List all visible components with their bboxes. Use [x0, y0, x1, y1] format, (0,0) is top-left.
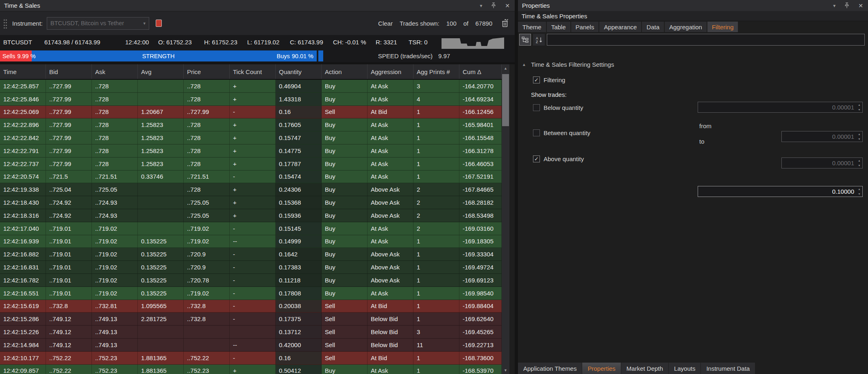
change-value: CH: -0.01 %	[333, 39, 366, 46]
column-header-time[interactable]: Time	[0, 64, 46, 79]
from-quantity-input[interactable]: 0.00001 ▲▼	[781, 131, 863, 142]
table-row[interactable]: 12:42:15.619..732.8..732.811.095565..732…	[0, 300, 502, 313]
cell-cum: -164.20770	[459, 80, 502, 92]
table-row[interactable]: 12:42:20.574..721.5..721.510.33746..721.…	[0, 171, 502, 184]
table-row[interactable]: 12:42:22.737..727.99..7281.25823..728+0.…	[0, 157, 502, 171]
cell-ask: ..724.93	[92, 196, 138, 209]
filtering-settings-section[interactable]: ▲ Time & Sales Filtering Settings	[522, 61, 614, 68]
cell-ask: ..728	[92, 131, 138, 144]
tab-layouts[interactable]: Layouts	[669, 363, 701, 374]
spinner-up-icon: ▲	[858, 188, 861, 190]
cell-aggression: At Ask	[368, 157, 413, 170]
table-row[interactable]: 12:42:18.316..724.92..724.93..725.05+0.1…	[0, 209, 502, 222]
above-quantity-input[interactable]: 0.10000 ▲▼	[698, 186, 863, 197]
table-row[interactable]: 12:42:16.782..719.01..719.020.135225..72…	[0, 274, 502, 287]
cell-avg: 0.135225	[138, 248, 184, 260]
cell-price: ..728	[184, 131, 230, 144]
below-quantity-input[interactable]: 0.00001 ▲▼	[698, 102, 863, 113]
table-row[interactable]: 12:42:16.831..719.01..719.020.135225..72…	[0, 261, 502, 274]
table-row[interactable]: 12:42:09.857..752.22..752.231.881365..75…	[0, 365, 502, 374]
cell-cum: -169.22713	[459, 339, 502, 351]
table-row[interactable]: 12:42:18.430..724.92..724.93..725.05+0.1…	[0, 196, 502, 209]
table-row[interactable]: 12:42:22.842..727.99..7281.25823..728+0.…	[0, 131, 502, 144]
cell-cum: -169.18305	[459, 235, 502, 248]
strength-label: STRENGTH	[142, 53, 175, 59]
column-header-tick[interactable]: Tick Count	[230, 64, 276, 79]
symbol-label: BTCUSDT	[3, 39, 32, 46]
column-header-bid[interactable]: Bid	[46, 64, 92, 79]
chevron-down-icon[interactable]: ▾	[480, 3, 482, 8]
filtering-checkbox[interactable]: ✓	[533, 77, 540, 83]
column-header-qty[interactable]: Quantity	[276, 64, 322, 79]
table-row[interactable]: 12:42:25.069..727.99..7281.20667..727.99…	[0, 106, 502, 119]
column-header-avg[interactable]: Avg	[138, 64, 184, 79]
collapse-icon[interactable]: ▲	[522, 62, 526, 67]
instrument-combobox[interactable]: BTCUSDT, Bitcoin vs Tether ▾	[47, 17, 149, 30]
stop-button[interactable]	[156, 20, 162, 27]
table-row[interactable]: 12:42:16.939..719.01..719.020.135225..71…	[0, 235, 502, 248]
tab-instrument-data[interactable]: Instrument Data	[701, 363, 755, 374]
cell-bid: ..749.12	[46, 313, 92, 325]
properties-body: ▲ Time & Sales Filtering Settings ✓ Filt…	[518, 0, 868, 363]
cell-prints: 1	[413, 352, 459, 364]
cell-ask: ..728	[92, 118, 138, 131]
column-header-prints[interactable]: Agg Prints #	[413, 64, 459, 79]
cell-aggression: At Bid	[368, 352, 413, 364]
cell-qty: 0.17605	[276, 118, 322, 131]
table-row[interactable]: 12:42:25.857..727.99..728..728+0.46904Bu…	[0, 80, 502, 93]
table-row[interactable]: 12:42:16.882..719.01..719.020.135225..72…	[0, 248, 502, 261]
cell-bid: ..719.01	[46, 222, 92, 235]
cell-qty: 0.1642	[276, 248, 322, 260]
cell-action: Buy	[322, 365, 368, 374]
between-quantity-checkbox[interactable]: ✓	[533, 129, 540, 136]
cell-cum: -166.15548	[459, 131, 502, 144]
above-quantity-checkbox[interactable]: ✓	[533, 155, 540, 162]
tab-market-depth[interactable]: Market Depth	[621, 363, 668, 374]
scrollbar-thumb[interactable]	[502, 74, 509, 126]
cell-time: 12:42:15.226	[0, 326, 46, 338]
drag-handle-icon[interactable]	[3, 18, 7, 28]
cell-prints: 1	[413, 171, 459, 183]
table-row[interactable]: 12:42:14.984..749.12..749.13--0.42000Sel…	[0, 339, 502, 352]
column-header-price[interactable]: Price	[184, 64, 230, 79]
cell-aggression: Above Ask	[368, 261, 413, 273]
table-row[interactable]: 12:42:15.226..749.12..749.130.13712SellB…	[0, 326, 502, 339]
cell-prints: 2	[413, 209, 459, 222]
cell-price: ..732.8	[184, 300, 230, 313]
table-row[interactable]: 12:42:19.338..725.04..725.05..728+0.2430…	[0, 183, 502, 196]
clear-button[interactable]: Clear	[378, 20, 393, 27]
column-header-action[interactable]: Action	[322, 64, 368, 79]
cell-bid: ..752.22	[46, 352, 92, 364]
table-row[interactable]: 12:42:22.896..727.99..7281.25823..728+0.…	[0, 118, 502, 131]
table-row[interactable]: 12:42:17.040..719.01..719.02..719.02-0.1…	[0, 222, 502, 235]
spinner-up-icon: ▲	[858, 159, 861, 162]
cell-prints: 2	[413, 222, 459, 235]
pin-icon[interactable]	[491, 2, 496, 9]
to-quantity-input[interactable]: 0.00001 ▲▼	[781, 157, 863, 168]
cell-ask: ..719.02	[92, 261, 138, 273]
trades-total: 67890	[475, 20, 492, 27]
close-icon[interactable]: ✕	[505, 3, 510, 9]
cell-ask: ..728	[92, 157, 138, 170]
column-header-cum[interactable]: Cum Δ	[459, 64, 502, 79]
table-row[interactable]: 12:42:22.791..727.99..7281.25823..728+0.…	[0, 144, 502, 157]
table-row[interactable]: 12:42:16.551..719.01..719.020.135225..71…	[0, 287, 502, 300]
cell-price: ..720.9	[184, 261, 230, 273]
table-row[interactable]: 12:42:25.846..727.99..728..728+1.43318Bu…	[0, 93, 502, 106]
tab-properties[interactable]: Properties	[582, 363, 620, 374]
scroll-down-icon[interactable]: ▼	[502, 366, 509, 374]
scroll-up-icon[interactable]: ▲	[502, 64, 509, 72]
below-quantity-checkbox[interactable]: ✓	[533, 104, 540, 111]
vertical-scrollbar[interactable]: ▲ ▼	[502, 64, 509, 374]
tab-application-themes[interactable]: Application Themes	[518, 363, 582, 374]
table-row[interactable]: 12:42:15.286..749.12..749.132.281725..73…	[0, 313, 502, 326]
spinner-down-icon: ▼	[858, 164, 861, 167]
buys-label: Buys	[277, 53, 290, 59]
cell-aggression: At Ask	[368, 171, 413, 183]
cell-cum: -168.73600	[459, 352, 502, 364]
column-header-ask[interactable]: Ask	[92, 64, 138, 79]
clear-trades-icon[interactable]	[501, 19, 509, 28]
cell-bid: ..719.01	[46, 274, 92, 287]
table-row[interactable]: 12:42:10.177..752.22..752.231.881365..75…	[0, 352, 502, 365]
column-header-aggression[interactable]: Aggression	[368, 64, 413, 79]
